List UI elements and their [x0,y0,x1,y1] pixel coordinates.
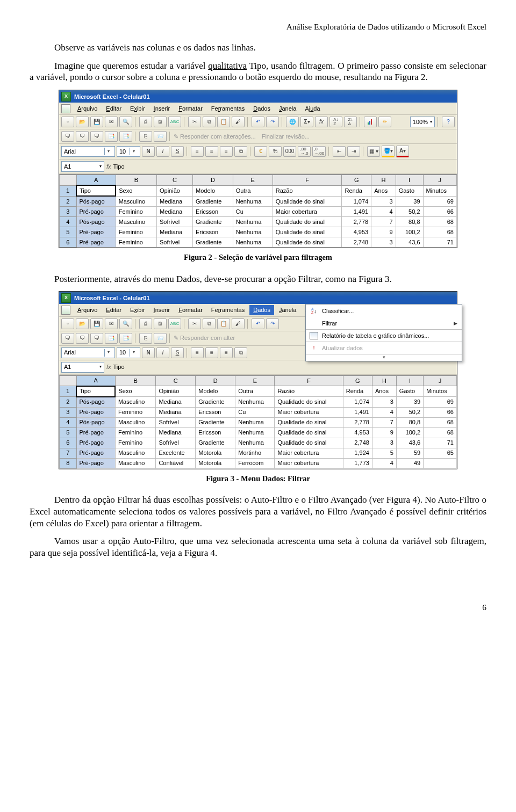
new-icon[interactable]: ▫ [61,117,74,127]
review1-icon[interactable]: 🗨 [61,131,74,142]
review4-icon[interactable]: 📑 [105,131,118,142]
review2-icon[interactable]: 🗨 [76,333,89,344]
autosum-icon[interactable]: Σ ▾ [300,117,313,127]
menu-ferramentas[interactable]: Ferramentas [207,104,248,113]
font-color-icon[interactable]: A▾ [396,146,409,157]
function-icon[interactable]: fx [315,117,328,127]
review3-icon[interactable]: 🗨 [90,333,103,344]
underline-icon[interactable]: S [171,146,184,157]
fontsize-combo[interactable]: 10▾ [117,347,140,358]
align-left-icon[interactable]: ≡ [191,146,204,157]
merge-icon[interactable]: ⧉ [234,347,247,358]
fx-icon[interactable]: fx [106,363,111,371]
format-painter-icon[interactable]: 🖌 [232,117,245,127]
currency-icon[interactable]: € [254,146,267,157]
thousand-icon[interactable]: 000 [283,146,296,157]
menu-inserir[interactable]: Inserir [150,104,174,113]
spell-icon[interactable]: ABC [168,318,181,329]
align-left-icon[interactable]: ≡ [191,347,204,358]
save-icon[interactable]: 💾 [90,117,103,127]
format-painter-icon[interactable]: 🖌 [232,318,245,329]
open-icon[interactable]: 📂 [76,318,89,329]
review5-icon[interactable]: 📑 [119,131,132,142]
worksheet[interactable]: ABCDEFGHIJ1TipoSexoOpiniãoModeloOutraRaz… [59,174,457,248]
review4-icon[interactable]: 📑 [105,333,118,344]
font-combo[interactable]: Arial▾ [61,146,115,157]
formula-value[interactable]: Tipo [113,363,125,371]
merge-icon[interactable]: ⧉ [234,146,247,157]
menu-relatorio[interactable]: Relatório de tabela e gráfico dinâmicos.… [306,329,462,342]
sort-desc-icon[interactable]: Z↓A [344,117,357,127]
chart-wizard-icon[interactable] [364,117,377,127]
menu-ajuda[interactable]: Ajuda [301,104,324,113]
menu-expand-icon[interactable]: ▾ [306,354,462,361]
menu-janela[interactable]: Janela [275,305,300,315]
sort-asc-icon[interactable]: A↓Z [329,117,342,127]
review5-icon[interactable]: 📑 [119,333,132,344]
name-box[interactable]: A1▾ [61,362,104,373]
zoom-combo[interactable]: 100%▾ [410,117,435,127]
mail-icon[interactable]: ✉ [105,318,118,329]
italic-icon[interactable]: I [156,146,169,157]
grid-table[interactable]: ABCDEFGHIJ1TipoSexoOpiniãoModeloOutraRaz… [59,375,457,469]
menu-filtrar[interactable]: Filtrar ▶ [306,317,462,329]
copy-icon[interactable]: ⧉ [203,318,216,329]
fontsize-combo[interactable]: 10▾ [117,146,140,157]
align-right-icon[interactable]: ≡ [220,347,233,358]
menu-formatar[interactable]: Formatar [175,305,206,315]
borders-icon[interactable]: ▦ ▾ [367,146,380,157]
menu-editar[interactable]: Editar [102,104,125,113]
hyperlink-icon[interactable]: 🌐 [286,117,299,127]
review2-icon[interactable]: 🗨 [76,131,89,142]
search-icon[interactable]: 🔍 [119,318,132,329]
menu-dados[interactable]: Dados [249,104,274,113]
save-icon[interactable]: 💾 [90,318,103,329]
menu-arquivo[interactable]: Arquivo [74,305,101,315]
undo-icon[interactable]: ↶ [252,318,264,329]
redo-icon[interactable]: ↷ [266,117,279,127]
print-icon[interactable]: ⎙ [139,318,152,329]
redo-icon[interactable]: ↷ [266,318,279,329]
align-center-icon[interactable]: ≡ [205,146,218,157]
italic-icon[interactable]: I [156,347,169,358]
review1-icon[interactable]: 🗨 [61,333,74,344]
menu-exibir[interactable]: Exibir [126,305,149,315]
inc-decimal-icon[interactable]: ,00→,0 [298,146,311,157]
dados-dropdown[interactable]: AZ↓ Classificar... Filtrar ▶ Relatório d… [305,304,462,361]
print-icon[interactable]: ⎙ [139,117,152,127]
percent-icon[interactable]: % [269,146,282,157]
spell-icon[interactable]: ABC [168,117,181,127]
review6-icon[interactable]: ⎘ [139,333,152,344]
menubar[interactable]: Arquivo Editar Exibir Inserir Formatar F… [59,103,457,115]
font-combo[interactable]: Arial▾ [61,347,115,358]
review6-icon[interactable]: ⎘ [139,131,152,142]
menu-inserir[interactable]: Inserir [150,305,174,315]
menu-dados[interactable]: Dados [249,305,274,315]
paste-icon[interactable]: 📋 [217,318,230,329]
fx-icon[interactable]: fx [106,163,111,170]
underline-icon[interactable]: S [171,347,184,358]
grid-table[interactable]: ABCDEFGHIJ1TipoSexoOpiniãoModeloOutraRaz… [59,175,457,248]
name-box[interactable]: A1▾ [61,161,104,172]
search-icon[interactable]: 🔍 [119,117,132,127]
dec-indent-icon[interactable]: ⇤ [333,146,346,157]
menu-exibir[interactable]: Exibir [126,104,149,113]
worksheet[interactable]: ABCDEFGHIJ1TipoSexoOpiniãoModeloOutraRaz… [59,375,457,469]
dec-decimal-icon[interactable]: ,0→,00 [312,146,326,157]
help-icon[interactable]: ? [442,117,455,127]
paste-icon[interactable]: 📋 [217,117,230,127]
menu-janela[interactable]: Janela [275,104,300,113]
cut-icon[interactable]: ✂ [188,318,201,329]
review3-icon[interactable]: 🗨 [90,131,103,142]
align-center-icon[interactable]: ≡ [205,347,218,358]
formula-value[interactable]: Tipo [113,163,125,170]
menu-arquivo[interactable]: Arquivo [74,104,101,113]
cut-icon[interactable]: ✂ [188,117,201,127]
menu-editar[interactable]: Editar [102,305,125,315]
align-right-icon[interactable]: ≡ [220,146,233,157]
new-icon[interactable]: ▫ [61,318,74,329]
review7-icon[interactable]: 📨 [154,131,167,142]
menu-ferramentas[interactable]: Ferramentas [207,305,248,315]
preview-icon[interactable]: 🗎 [154,318,167,329]
bold-icon[interactable]: N [142,347,155,358]
